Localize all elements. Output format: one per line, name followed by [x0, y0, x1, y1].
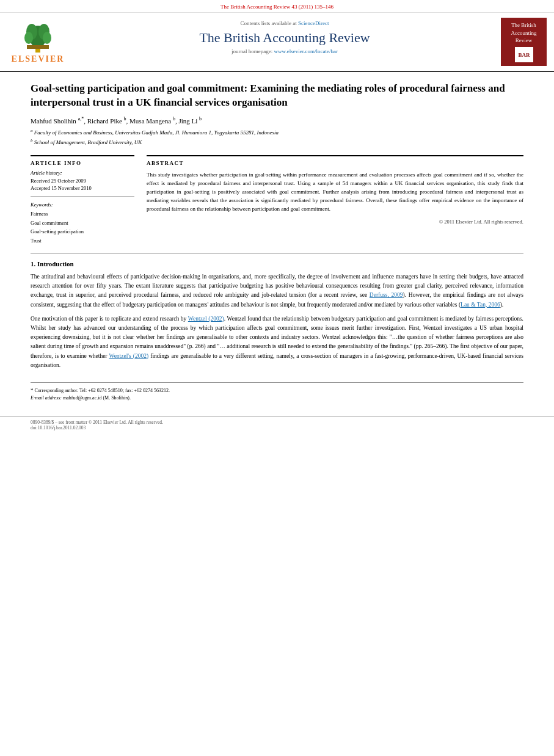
svg-text:BAR: BAR	[518, 52, 530, 58]
article-content: Goal-setting participation and goal comm…	[0, 72, 554, 412]
lau-tan-2006-link[interactable]: Lau & Tan, 2006	[461, 302, 500, 308]
article-title: Goal-setting participation and goal comm…	[31, 82, 523, 110]
journal-name-heading: The British Accounting Review	[75, 30, 495, 46]
affiliations-block: a Faculty of Economics and Business, Uni…	[31, 128, 523, 147]
keyword-fairness: Fairness	[31, 209, 134, 218]
keyword-goal-commitment: Goal commitment	[31, 219, 134, 227]
journal-homepage-line: journal homepage: www.elsevier.com/locat…	[75, 48, 495, 54]
email-link[interactable]: mahfud@ugm.ac.id	[63, 395, 101, 401]
bar-logo-box: The BritishAccountingReview BAR	[501, 18, 547, 66]
footer-doi: doi:10.1016/j.bar.2011.02.003	[31, 425, 523, 431]
abstract-text: This study investigates whether particip…	[147, 171, 523, 214]
footer-issn: 0890-8389/$ – see front matter © 2011 El…	[31, 420, 523, 425]
sciencedirect-line: Contents lists available at ScienceDirec…	[75, 20, 495, 26]
footnote-star: * Corresponding author. Tel: +62 0274 54…	[31, 387, 523, 395]
derfuss-2009-link[interactable]: Derfuss, 2009	[370, 292, 403, 298]
footer-bar: 0890-8389/$ – see front matter © 2011 El…	[0, 416, 554, 433]
accepted-date: Accepted 15 November 2010	[31, 185, 134, 191]
info-divider	[31, 196, 134, 197]
footnote-area: * Corresponding author. Tel: +62 0274 54…	[31, 382, 523, 402]
keywords-label: Keywords:	[31, 202, 134, 208]
article-info-heading: ARTICLE INFO	[31, 160, 134, 166]
svg-point-5	[43, 32, 51, 44]
received-date: Received 25 October 2009	[31, 178, 134, 184]
wentzel-2002-link[interactable]: Wentzel (2002)	[188, 316, 224, 322]
keywords-list: Fairness Goal commitment Goal-setting pa…	[31, 209, 134, 245]
bar-logo-emblem: BAR	[515, 47, 533, 62]
journal-homepage-link[interactable]: www.elsevier.com/locate/bar	[274, 48, 338, 54]
section-divider	[31, 253, 523, 254]
elsevier-logo: ELSEVIER	[7, 18, 68, 66]
section1-heading: 1. Introduction	[31, 260, 523, 267]
authors-line: Mahfud Sholihin a,*, Richard Pike b, Mus…	[31, 116, 523, 125]
journal-title-block: Contents lists available at ScienceDirec…	[68, 18, 501, 66]
bar-logo-text: The BritishAccountingReview	[511, 21, 537, 45]
investigates-text: investigates	[445, 325, 472, 331]
section1-paragraph1: The attitudinal and behavioural effects …	[31, 272, 523, 310]
abstract-heading: ABSTRACT	[147, 160, 523, 166]
keyword-trust: Trust	[31, 236, 134, 245]
footnote-email: E-mail address: mahfud@ugm.ac.id (M. Sho…	[31, 394, 523, 402]
article-history-label: Article history:	[31, 170, 134, 176]
svg-point-4	[24, 32, 33, 44]
svg-rect-6	[27, 45, 49, 49]
info-abstract-row: ARTICLE INFO Article history: Received 2…	[31, 155, 523, 245]
section1-paragraph2: One motivation of this paper is to repli…	[31, 314, 523, 370]
elsevier-wordmark: ELSEVIER	[12, 54, 65, 64]
keyword-goal-setting: Goal-setting participation	[31, 227, 134, 236]
copyright-line: © 2011 Elsevier Ltd. All rights reserved…	[147, 219, 523, 225]
wentzels-2002-link2[interactable]: Wentzel's (2002)	[109, 353, 148, 359]
sciencedirect-link[interactable]: ScienceDirect	[298, 20, 329, 26]
journal-citation-text: The British Accounting Review 43 (2011) …	[221, 4, 333, 10]
journal-header: ELSEVIER Contents lists available at Sci…	[0, 13, 554, 72]
journal-citation-bar: The British Accounting Review 43 (2011) …	[0, 0, 554, 13]
abstract-column: ABSTRACT This study investigates whether…	[147, 155, 523, 245]
elsevier-tree-icon	[20, 20, 56, 53]
article-info-column: ARTICLE INFO Article history: Received 2…	[31, 155, 134, 245]
